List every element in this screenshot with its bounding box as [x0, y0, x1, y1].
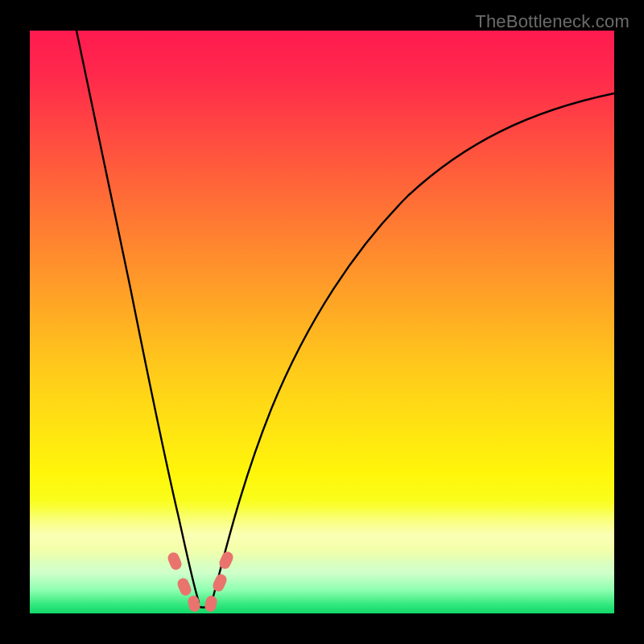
marker-dot	[175, 576, 192, 597]
chart-frame: TheBottleneck.com	[0, 0, 644, 644]
marker-dot	[211, 572, 229, 593]
marker-dot	[204, 595, 218, 613]
bottleneck-curve	[30, 31, 614, 613]
marker-dot	[187, 595, 201, 613]
plot-area	[30, 31, 614, 613]
watermark-text: TheBottleneck.com	[475, 11, 630, 32]
curve-left-branch	[76, 31, 199, 602]
curve-right-branch	[212, 93, 614, 602]
marker-dot	[166, 551, 183, 572]
notch-markers	[166, 550, 234, 613]
